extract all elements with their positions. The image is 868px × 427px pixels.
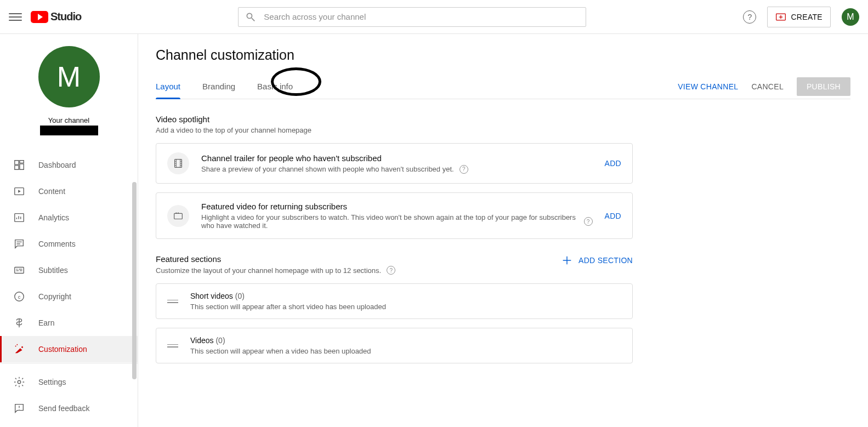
add-section-label: ADD SECTION: [578, 256, 633, 265]
channel-trailer-card: Channel trailer for people who haven't s…: [156, 143, 633, 184]
card-title: Featured video for returning subscribers: [201, 202, 593, 211]
search-input[interactable]: [264, 12, 579, 21]
sidebar-item-dashboard[interactable]: Dashboard: [0, 152, 138, 178]
sidebar-item-label: Customization: [38, 345, 87, 354]
sidebar-item-label: Send feedback: [38, 404, 89, 413]
cancel-button[interactable]: CANCEL: [751, 82, 784, 91]
drag-handle-icon[interactable]: [167, 300, 178, 303]
card-subtitle: Highlight a video for your subscribers t…: [201, 213, 578, 230]
channel-block: M Your channel: [0, 34, 138, 142]
channel-name-redacted: [40, 126, 98, 135]
content-icon: [13, 185, 25, 197]
svg-point-6: [15, 346, 16, 347]
add-featured-button[interactable]: ADD: [605, 212, 621, 220]
row-count: (0): [215, 336, 225, 345]
comments-icon: [13, 238, 25, 250]
search-box[interactable]: [238, 7, 586, 27]
dashboard-icon: [13, 159, 25, 171]
sidebar-item-label: Subtitles: [38, 266, 68, 275]
sidebar-item-label: Content: [38, 187, 65, 196]
create-video-icon: [775, 12, 786, 22]
help-tooltip-icon[interactable]: ?: [584, 217, 593, 226]
section-row: Videos (0) This section will appear when…: [156, 328, 633, 363]
row-title: Short videos: [190, 292, 233, 300]
tab-row: Layout Branding Basic info VIEW CHANNEL …: [156, 74, 850, 99]
sidebar-item-customization[interactable]: Customization: [0, 336, 138, 362]
tab-layout[interactable]: Layout: [156, 74, 180, 99]
copyright-icon: c: [13, 291, 25, 303]
help-tooltip-icon[interactable]: ?: [459, 165, 468, 174]
video-icon: [167, 205, 189, 227]
section-title: Video spotlight: [156, 115, 633, 124]
section-title: Featured sections: [156, 254, 395, 264]
sidebar-item-comments[interactable]: Comments: [0, 231, 138, 257]
account-avatar[interactable]: M: [842, 8, 859, 26]
channel-avatar[interactable]: M: [38, 46, 100, 107]
feedback-icon: [13, 402, 25, 414]
sidebar-item-analytics[interactable]: Analytics: [0, 204, 138, 231]
hamburger-menu-icon[interactable]: [9, 10, 22, 24]
svg-rect-3: [15, 267, 24, 274]
sidebar-item-label: Settings: [38, 378, 66, 386]
drag-handle-icon[interactable]: [167, 344, 178, 348]
sidebar-item-label: Earn: [38, 318, 55, 327]
add-trailer-button[interactable]: ADD: [605, 159, 621, 168]
help-icon[interactable]: ?: [743, 10, 756, 24]
sidebar: M Your channel Dashboard Content Analyti…: [0, 34, 138, 427]
view-channel-button[interactable]: VIEW CHANNEL: [678, 82, 738, 91]
tabs: Layout Branding Basic info: [156, 74, 293, 99]
tab-actions: VIEW CHANNEL CANCEL PUBLISH: [678, 77, 850, 96]
analytics-icon: [13, 212, 25, 224]
sidebar-item-label: Dashboard: [38, 161, 76, 169]
scrollbar-thumb[interactable]: [132, 182, 137, 379]
plus-icon: [561, 254, 573, 266]
header-right: ? CREATE M: [743, 7, 859, 27]
row-count: (0): [235, 292, 245, 300]
sidebar-nav: Dashboard Content Analytics Comments Sub…: [0, 142, 138, 363]
svg-point-8: [18, 380, 21, 384]
tab-basic-info[interactable]: Basic info: [257, 74, 293, 99]
search-wrap: [81, 7, 743, 27]
video-spotlight-section: Video spotlight Add a video to the top o…: [156, 115, 633, 239]
sidebar-item-copyright[interactable]: c Copyright: [0, 283, 138, 310]
featured-sections: Featured sections Customize the layout o…: [156, 254, 633, 363]
tab-branding[interactable]: Branding: [202, 74, 235, 99]
channel-label: Your channel: [48, 116, 89, 124]
header-bar: Studio ? CREATE M: [0, 0, 868, 34]
row-subtitle: This section will appear when a video ha…: [190, 347, 371, 355]
publish-button[interactable]: PUBLISH: [797, 77, 850, 96]
create-button[interactable]: CREATE: [767, 7, 831, 27]
help-tooltip-icon[interactable]: ?: [387, 266, 395, 275]
sidebar-item-feedback[interactable]: Send feedback: [0, 395, 138, 422]
section-row: Short videos (0) This section will appea…: [156, 283, 633, 319]
sidebar-item-subtitles[interactable]: Subtitles: [0, 257, 138, 283]
section-subtitle: Add a video to the top of your channel h…: [156, 126, 633, 134]
search-icon: [245, 12, 256, 22]
svg-point-12: [178, 212, 179, 213]
logo-text: Studio: [50, 10, 81, 23]
earn-icon: [13, 317, 25, 329]
sidebar-item-label: Analytics: [38, 213, 69, 222]
featured-video-card: Featured video for returning subscribers…: [156, 192, 633, 239]
gear-icon: [13, 376, 25, 388]
svg-rect-2: [15, 214, 24, 222]
row-subtitle: This section will appear after a short v…: [190, 303, 386, 311]
sidebar-bottom: Settings Send feedback: [0, 363, 138, 427]
customization-icon: [13, 343, 25, 355]
page-title: Channel customization: [156, 47, 850, 63]
studio-logo[interactable]: Studio: [31, 10, 81, 23]
section-subtitle: Customize the layout of your channel hom…: [156, 266, 381, 275]
row-title: Videos: [190, 336, 214, 345]
svg-point-11: [175, 212, 177, 213]
svg-rect-10: [174, 213, 183, 219]
sidebar-item-settings[interactable]: Settings: [0, 369, 138, 395]
card-subtitle: Share a preview of your channel shown wi…: [201, 165, 454, 173]
sidebar-item-earn[interactable]: Earn: [0, 310, 138, 336]
subtitles-icon: [13, 264, 25, 276]
youtube-play-icon: [31, 11, 48, 23]
sidebar-item-content[interactable]: Content: [0, 178, 138, 204]
main-content: Channel customization Layout Branding Ba…: [138, 34, 868, 427]
add-section-button[interactable]: ADD SECTION: [561, 254, 633, 266]
card-title: Channel trailer for people who haven't s…: [201, 153, 593, 163]
film-icon: [167, 152, 189, 174]
